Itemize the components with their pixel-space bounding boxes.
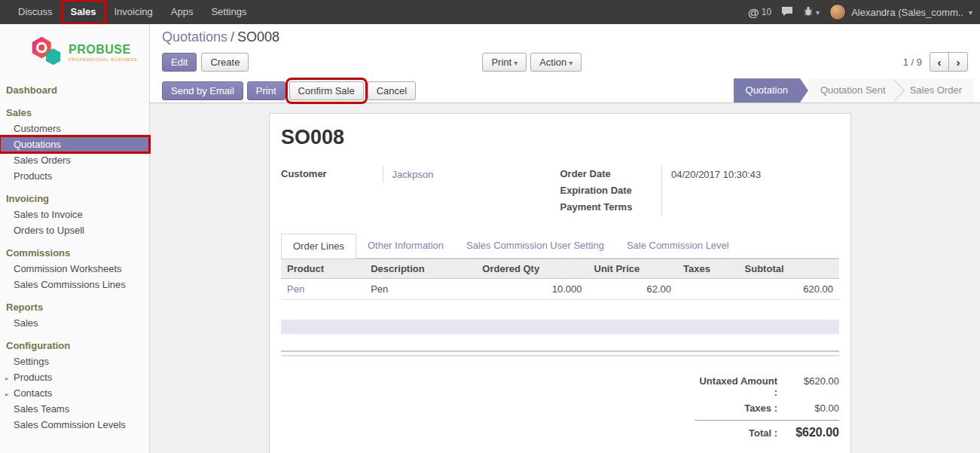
topbar: DiscussSalesInvoicingAppsSettings @ 10 ▾… [0,0,980,24]
statusbar: Send by EmailPrintConfirm SaleCancel Quo… [150,78,980,103]
activities-button[interactable]: @ 10 [748,6,771,19]
sidebar-item-sales-to-invoice[interactable]: Sales to Invoice [0,207,149,222]
tab-sales-commission-user-setting[interactable]: Sales Commission User Setting [455,234,615,258]
taxes-value: $0.00 [785,402,839,414]
column-header-description[interactable]: Description [365,259,476,279]
caret-down-icon: ▾ [816,8,820,17]
breadcrumb-quotations[interactable]: Quotations [162,29,227,44]
column-header-taxes[interactable]: Taxes [677,259,739,279]
cancel-button[interactable]: Cancel [368,81,416,100]
tab-other-information[interactable]: Other Information [356,234,455,258]
statusbar-state-quotation[interactable]: Quotation [734,78,800,103]
sidebar-section-sales[interactable]: Sales [0,105,149,121]
topbar-menu-apps[interactable]: Apps [162,0,203,24]
field-label-order-date: Order Date [560,166,662,182]
logo-text: PROBUSE PROFESSIONAL BUSINESS [69,43,137,62]
action-dropdowns: Print▾ Action▾ [482,53,582,72]
sidebar-item-contacts[interactable]: ▸Contacts [0,385,149,401]
field-value-order-date: 04/20/2017 10:30:43 [662,166,840,182]
topbar-menu-settings[interactable]: Settings [202,0,255,24]
sidebar-item-label: Contacts [14,387,52,399]
order-line-row[interactable]: PenPen10.00062.00620.00 [281,279,839,300]
column-header-unit-price[interactable]: Unit Price [588,259,678,279]
sidebar-item-commission-worksheets[interactable]: Commission Worksheets [0,261,149,277]
field-label-payment-terms: Payment Terms [560,199,662,216]
breadcrumb: Quotations/SO008 [162,29,968,45]
column-header-product[interactable]: Product [281,259,365,279]
sidebar-item-label: Sales Orders [14,155,71,166]
app-logo: PROBUSE PROFESSIONAL BUSINESS [0,24,149,82]
sidebar-item-label: Sales [14,317,38,329]
topbar-menu-discuss[interactable]: Discuss [9,0,62,24]
sidebar-section-reports[interactable]: Reports [0,299,149,315]
probuse-logo-icon [29,35,63,70]
sidebar-item-customers[interactable]: Customers [0,121,149,136]
send-by-email-button[interactable]: Send by Email [162,81,243,100]
sidebar-item-orders-to-upsell[interactable]: Orders to Upsell [0,222,149,238]
chevron-right-icon[interactable]: ▸ [5,389,9,400]
sidebar-section-commissions[interactable]: Commissions [0,245,149,261]
topbar-menu-sales[interactable]: Sales [62,0,105,24]
statusbar-state-quotation-sent[interactable]: Quotation Sent [808,78,898,103]
sidebar-section-dashboard[interactable]: Dashboard [0,82,149,98]
sidebar-item-label: Products [14,170,52,182]
sidebar-item-products[interactable]: ▸Products [0,369,149,385]
column-header-subtotal[interactable]: Subtotal [739,259,839,279]
sidebar-nav: DashboardSalesCustomersQuotationsSales O… [0,82,149,433]
edit-button[interactable]: Edit [162,53,197,72]
untaxed-amount-row: Untaxed Amount : $620.00 [695,373,839,400]
breadcrumb-separator: / [230,29,234,44]
avatar [829,4,846,20]
field-group-right: Order Date 04/20/2017 10:30:43 Expiratio… [560,166,840,216]
topbar-menu-invoicing[interactable]: Invoicing [105,0,162,24]
print-dropdown[interactable]: Print▾ [482,53,527,72]
sidebar-item-sales-orders[interactable]: Sales Orders [0,152,149,168]
messages-button[interactable] [781,6,793,19]
caret-down-icon: ▾ [569,59,572,67]
sidebar-section-invoicing[interactable]: Invoicing [0,191,149,207]
confirm-sale-button[interactable]: Confirm Sale [289,81,364,100]
order-lines-table: ProductDescriptionOrdered QtyUnit PriceT… [281,259,839,300]
product-link[interactable]: Pen [287,283,304,295]
tab-order-lines[interactable]: Order Lines [281,234,356,259]
sidebar-item-sales-teams[interactable]: Sales Teams [0,401,149,417]
order-lines-body: PenPen10.00062.00620.00 [281,279,839,300]
pager-prev-button[interactable]: ‹ [930,52,949,72]
sidebar-item-quotations[interactable]: Quotations [0,136,149,152]
logo-title: PROBUSE [69,43,137,57]
sidebar-item-settings[interactable]: Settings [0,354,149,369]
user-menu[interactable]: Alexandra (Sales_comm.. ▾ [829,4,972,20]
cell-subtotal: 620.00 [739,279,839,300]
statusbar-states: QuotationQuotation SentSales Order [734,78,974,103]
column-header-ordered-qty[interactable]: Ordered Qty [476,259,588,279]
sidebar-item-sales[interactable]: Sales [0,315,149,331]
cell-ordered-qty: 10.000 [476,279,588,300]
customer-link[interactable]: Jackpson [392,169,434,180]
sidebar-item-sales-commissions-lines[interactable]: Sales Commissions Lines [0,277,149,292]
sidebar-item-sales-commission-levels[interactable]: Sales Commission Levels [0,417,149,433]
print-button[interactable]: Print [247,81,285,100]
create-button[interactable]: Create [201,53,249,72]
debug-menu-button[interactable]: ▾ [803,6,820,19]
sidebar-item-label: Sales to Invoice [14,209,83,220]
section-separator-band [281,320,839,334]
topbar-menus: DiscussSalesInvoicingAppsSettings [0,0,255,24]
separator-line [281,350,839,352]
sidebar-item-label: Products [14,372,52,383]
caret-down-icon: ▾ [969,8,972,17]
pager-next-button[interactable]: › [948,52,968,72]
sidebar: PROBUSE PROFESSIONAL BUSINESS DashboardS… [0,24,150,453]
chevron-right-icon[interactable]: ▸ [5,373,9,384]
sidebar-item-products[interactable]: Products [0,168,149,184]
sidebar-item-label: Sales Teams [14,403,69,415]
cell-taxes [677,279,739,300]
statusbar-state-sales-order[interactable]: Sales Order [898,78,974,103]
taxes-label: Taxes : [695,402,777,414]
untaxed-amount-label: Untaxed Amount : [695,375,777,398]
tab-sale-commission-level[interactable]: Sale Commission Level [615,234,740,258]
print-dropdown-label: Print [491,57,511,68]
main-area: Quotations/SO008 Edit Create Print▾ Acti… [150,24,980,453]
sidebar-section-configuration[interactable]: Configuration [0,338,149,354]
action-dropdown[interactable]: Action▾ [530,53,582,72]
field-groups: Customer Jackpson Order Date 04/20/2017 … [281,166,839,216]
